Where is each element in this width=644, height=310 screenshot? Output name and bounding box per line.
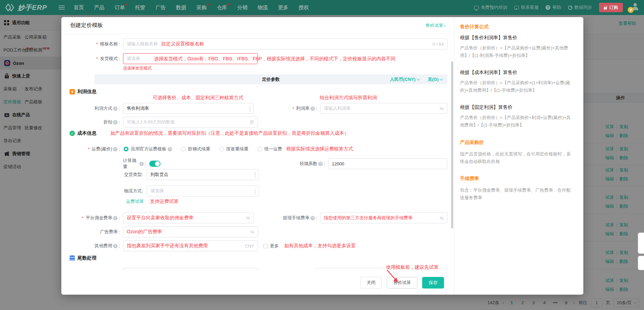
hamburger-menu-icon[interactable] (59, 5, 65, 10)
more-checkbox[interactable]: 更多 (263, 243, 279, 249)
discount-input[interactable]: 可输入1-9.99之间的数值 折 (123, 117, 258, 128)
currency-select[interactable]: 人民币(CNY) (390, 76, 419, 83)
annotation-ad-rate: Ozon的广告费率 (127, 229, 162, 235)
menu-authorization[interactable]: 授权 (298, 4, 309, 11)
freight-trial-link[interactable]: 运费试算 (126, 198, 144, 205)
annotation-template-name: 自定义设置模板名称 (161, 41, 204, 47)
question-icon: ? (546, 5, 550, 10)
menu-warehouse[interactable]: 仓库 (217, 4, 227, 11)
annotation-freight-mode: 根据实际情况选择运费核算方式 (286, 146, 353, 152)
weight-unit-select[interactable]: 克(G) (428, 76, 443, 83)
other-fees-row: 其他费用? 指包裹发到买家手中还有没有其他费用 CNY 更多 如有其他成本，支持… (61, 240, 447, 251)
throw-weight-row: 计算抛重?: 轻抛系数? 12000 (61, 158, 447, 170)
subscribe-button[interactable]: 订购 (599, 3, 623, 12)
free-training-link[interactable]: 免费预约培训 (474, 4, 507, 11)
formula-panel-title: 售价计算公式 (460, 24, 574, 30)
navbar-right: 免费预约培训 联系客服 ?帮助 数据同步 订购 V (474, 3, 639, 12)
chat-icon (514, 6, 519, 10)
annotation-more-fees: 如有其他成本，支持勾选更多设置 (284, 243, 356, 249)
template-name-label: 模板名称 (61, 41, 120, 47)
chevron-down-icon (440, 77, 443, 80)
other-fees-input[interactable]: 指包裹发到买家手中还有没有其他费用 CNY (123, 240, 258, 251)
help-link[interactable]: ?帮助 (546, 4, 561, 11)
contact-support-link[interactable]: 联系客服 (514, 4, 539, 11)
withdraw-fee-label: 提现手续费率? (263, 215, 317, 221)
data-sync-link[interactable]: 数据同步 (568, 4, 592, 11)
save-button[interactable]: 保存 (422, 277, 444, 289)
brand-logo-icon (5, 3, 15, 12)
shipping-mode-error: 请选择发货模式 (123, 65, 152, 71)
ad-rate-input[interactable]: Ozon的广告费率 % (123, 226, 258, 237)
menu-more[interactable]: 更多 (278, 4, 288, 11)
price-trial-top-link[interactable]: 售价试算› (426, 23, 445, 29)
coeff-input[interactable]: 12000 (328, 158, 447, 169)
radio-first-continue-weight[interactable]: 按首重续重 (219, 146, 248, 152)
close-button[interactable]: 关闭 (360, 277, 382, 289)
radio-official-template[interactable]: 应用官方运费模板 ? (124, 146, 172, 152)
throw-weight-toggle-on[interactable] (149, 161, 160, 167)
floating-widget[interactable] (638, 233, 644, 254)
help-icon[interactable]: ? (113, 147, 118, 151)
annotation-profit-methods: 可选择售价、成本、固定利润三种核算方式 (153, 95, 243, 101)
brand-logo[interactable]: 妙手ERP (5, 3, 47, 12)
floating-widget[interactable] (638, 256, 644, 270)
help-icon[interactable]: ? (113, 120, 118, 124)
user-avatar[interactable]: V (630, 3, 639, 12)
profit-method-select[interactable]: 售价利润率 (123, 103, 254, 114)
logistics-select[interactable]: 请选择 (147, 186, 259, 196)
menu-orders[interactable]: 订单 (114, 4, 125, 11)
cost-section-header: ✓ 成本信息 如产品有设置折扣的情况，需要填写对应折扣（注意，此处不是直接给产品… (70, 130, 349, 136)
menu-purchase[interactable]: 采购 (196, 4, 206, 11)
discount-label: 折扣? (61, 119, 120, 125)
brand-logo-text: 妙手ERP (18, 3, 47, 12)
template-name-input[interactable]: 请输入模板名称 自定义设置模板名称 0 / 64 (123, 39, 447, 49)
shipping-mode-row: 发货模式 请选择 选择发货模式，Ozon有：FBO、FBS、rFBS、FBP，根… (61, 53, 447, 64)
help-icon[interactable]: ? (168, 147, 172, 151)
profit-method-label: 利润方式? (61, 105, 120, 112)
freight-trial-row: 运费试算 支持运费试算 (61, 198, 447, 205)
radio-flat-freight[interactable]: 统一运费 (257, 146, 282, 152)
help-icon[interactable]: ? (113, 216, 118, 220)
withdraw-fee-input[interactable]: 指您使用的第三方支付服务商提现的手续费率 % (320, 212, 447, 223)
fee-rate-title: 手续费率 (460, 176, 574, 182)
profit-rate-input[interactable]: 请输入利润率 % (320, 103, 447, 114)
help-icon[interactable]: ? (139, 162, 144, 166)
chevron-down-icon (255, 189, 255, 194)
formula-2-heading: 根据【成本利润率】算售价 (460, 70, 574, 76)
formula-2-body: 产品售价（折前价）=【产品采购价×(1+利润率)+运费(藏价)+其他费用】/【(… (460, 79, 574, 94)
dialog-title: 创建定价模板 (70, 22, 103, 29)
annotation-other-fees: 指包裹发到买家手中还有没有其他费用 (127, 243, 208, 249)
logistics-label: 物流方式: (124, 188, 143, 194)
tail-section-icon (70, 255, 75, 261)
char-counter: 0 / 64 (430, 42, 444, 47)
main-menu: 首页 产品 订单 托管 广告 数据 采购 仓库 分销 物流 更多 授权 (74, 4, 309, 11)
menu-distribution[interactable]: 分销 (237, 4, 247, 11)
menu-products[interactable]: 产品 (94, 4, 104, 11)
other-fees-label: 其他费用? (61, 243, 120, 249)
tail-section-header: 尾数处理 (70, 255, 96, 261)
menu-ads[interactable]: 广告 (155, 4, 166, 11)
shipping-mode-label: 发货模式 (61, 56, 120, 62)
menu-data[interactable]: 数据 (176, 4, 186, 11)
price-formula-help-panel: 售价计算公式 根据【售价利润率】算售价 产品售价（折前价）=【产品采购价+运费(… (454, 17, 583, 295)
menu-logistics[interactable]: 物流 (258, 4, 268, 11)
tail-partial-input[interactable] (123, 268, 258, 271)
menu-hosting[interactable]: 托管 (135, 4, 145, 11)
create-pricing-template-dialog: 创建定价模板 售价试算› 模板名称 请输入模板名称 自定义设置模板名称 0 / … (61, 17, 583, 295)
commission-row: 平台佣金费率? 设置平台向卖家收取的佣金费率 % 提现手续费率? 指您使用的第三… (61, 212, 447, 223)
template-name-row: 模板名称 请输入模板名称 自定义设置模板名称 0 / 64 (61, 39, 447, 49)
radio-tiered-weight[interactable]: 阶梯式续重 (181, 146, 210, 152)
help-icon[interactable]: ? (113, 106, 118, 111)
help-icon[interactable]: ? (310, 106, 315, 111)
avatar-initial: V (628, 7, 634, 13)
form-scrollbar[interactable] (451, 61, 453, 228)
red-arrow-annotation (384, 269, 405, 287)
commission-input[interactable]: 设置平台向卖家收取的佣金费率 % (123, 212, 254, 223)
help-icon[interactable]: ? (113, 244, 118, 248)
formula-3-body: 产品售价（折前价）=【产品采购价+利润+运费(藏价)+其他费用】/【(1-手续费… (460, 114, 574, 129)
radio-icon (181, 147, 186, 151)
help-icon[interactable]: ? (318, 162, 323, 166)
menu-home[interactable]: 首页 (74, 4, 84, 11)
help-icon[interactable]: ? (310, 216, 315, 220)
delivery-type-select[interactable]: 到取货点 (147, 169, 259, 180)
